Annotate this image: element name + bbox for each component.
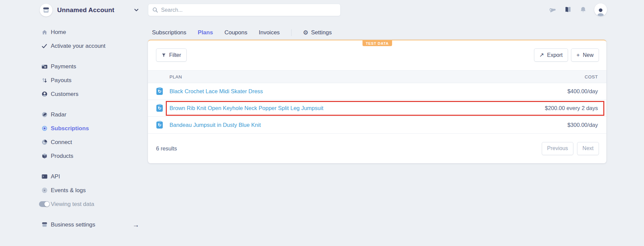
storefront-icon <box>40 4 52 16</box>
table-row[interactable]: ↻ Black Crochet Lace Midi Skater Dress $… <box>148 83 606 100</box>
sidebar-item-label: Activate your account <box>51 43 106 49</box>
tab-coupons[interactable]: Coupons <box>224 29 247 36</box>
new-button[interactable]: + New <box>571 48 599 62</box>
arrow-right-icon: → <box>132 221 139 228</box>
tab-bar: Subscriptions Plans Coupons Invoices ⚙ S… <box>152 27 332 38</box>
sidebar-item-label: Payments <box>51 63 76 70</box>
sidebar-group: Business settings → <box>41 218 139 232</box>
pagination: Previous Next <box>542 142 599 155</box>
sidebar-item-customers[interactable]: Customers <box>41 87 139 101</box>
sidebar-item-connect[interactable]: Connect <box>41 135 139 149</box>
sidebar-group: Radar Subscriptions Connect <box>41 108 139 163</box>
sidebar-item-payouts[interactable]: Payouts <box>41 73 139 87</box>
recurring-plan-icon: ↻ <box>156 121 163 129</box>
sidebar-item-label: Subscriptions <box>51 125 89 132</box>
export-arrow-icon: ↗ <box>539 52 544 58</box>
search-icon <box>152 7 158 13</box>
topbar-icons <box>549 3 607 16</box>
products-icon <box>41 153 48 160</box>
test-data-toggle[interactable] <box>39 201 50 207</box>
results-count: 6 results <box>156 145 177 152</box>
table-footer: 6 results Previous Next <box>148 134 606 163</box>
gear-icon: ⚙ <box>303 30 308 36</box>
sidebar-item-label: Home <box>51 29 66 36</box>
test-data-badge: TEST DATA <box>362 40 392 46</box>
plan-link[interactable]: Brown Rib Knit Open Keyhole Neck Popper … <box>169 105 324 111</box>
sidebar-item-label: Business settings <box>51 221 95 228</box>
sidebar-item-label: Viewing test data <box>51 201 94 208</box>
tab-divider <box>291 29 292 36</box>
column-header-cost: COST <box>584 74 598 79</box>
sidebar-item-label: Events & logs <box>51 187 86 194</box>
plan-link[interactable]: Bandeau Jumpsuit in Dusty Blue Knit <box>169 122 261 128</box>
sidebar-item-label: Payouts <box>51 77 71 84</box>
events-logs-icon <box>41 187 48 194</box>
check-icon <box>41 43 48 49</box>
previous-button[interactable]: Previous <box>542 142 573 155</box>
payouts-icon <box>41 77 48 84</box>
customers-icon <box>41 91 48 98</box>
notifications-bell-icon[interactable] <box>579 6 587 14</box>
tab-settings-label: Settings <box>311 29 332 36</box>
plan-link[interactable]: Black Crochet Lace Midi Skater Dress <box>169 88 263 95</box>
sidebar-item-label: Radar <box>51 111 66 118</box>
account-switcher[interactable]: Unnamed Account <box>40 3 139 16</box>
sidebar-item-api[interactable]: API <box>41 170 139 183</box>
search-input[interactable] <box>161 7 340 13</box>
sidebar-item-events-logs[interactable]: Events & logs <box>41 183 139 197</box>
business-settings-icon <box>41 221 48 228</box>
subscriptions-icon <box>41 125 48 132</box>
sidebar-item-radar[interactable]: Radar <box>41 108 139 121</box>
filter-button[interactable]: Filter <box>156 48 187 62</box>
plan-cost: $200.00 every 2 days <box>545 105 598 111</box>
table-header: PLAN COST <box>148 70 606 83</box>
search-bar[interactable] <box>148 4 341 16</box>
sidebar-group: Home Activate your account <box>41 25 139 53</box>
sidebar-group: API Events & logs Viewing test data <box>41 170 139 211</box>
sidebar-item-label: Products <box>51 153 73 160</box>
connect-icon <box>41 139 48 146</box>
sidebar-item-label: Customers <box>51 91 78 98</box>
sidebar-item-viewing-test-data[interactable]: Viewing test data <box>41 197 139 211</box>
account-name: Unnamed Account <box>57 6 114 14</box>
plan-cost: $300.00/day <box>567 122 598 128</box>
sidebar-item-products[interactable]: Products <box>41 149 139 163</box>
radar-icon <box>41 111 48 118</box>
new-button-label: New <box>583 52 594 58</box>
sidebar-item-home[interactable]: Home <box>41 25 139 39</box>
column-header-plan: PLAN <box>169 74 182 79</box>
filter-funnel-icon <box>161 53 166 58</box>
plans-panel: TEST DATA Filter ↗ Export + New PLAN COS… <box>148 40 606 163</box>
sidebar-item-payments[interactable]: Payments <box>41 60 139 73</box>
table-row-highlighted[interactable]: ↻ Brown Rib Knit Open Keyhole Neck Poppe… <box>148 100 606 117</box>
chevron-down-icon <box>134 7 139 13</box>
tab-subscriptions[interactable]: Subscriptions <box>152 29 186 36</box>
sidebar-nav: Home Activate your account Payments <box>41 25 139 238</box>
sidebar-item-business-settings[interactable]: Business settings → <box>41 218 139 232</box>
tab-invoices[interactable]: Invoices <box>259 29 279 36</box>
sidebar-group: Payments Payouts <box>41 60 139 101</box>
avatar[interactable] <box>594 3 607 16</box>
table-row[interactable]: ↻ Bandeau Jumpsuit in Dusty Blue Knit $3… <box>148 117 606 134</box>
recurring-plan-icon: ↻ <box>156 88 163 95</box>
payments-icon <box>41 63 48 70</box>
filter-button-label: Filter <box>169 52 181 58</box>
recurring-plan-icon: ↻ <box>156 105 163 112</box>
megaphone-icon[interactable] <box>549 6 557 14</box>
tab-settings[interactable]: ⚙ Settings <box>303 29 332 36</box>
plus-icon: + <box>576 52 580 58</box>
sidebar-item-activate-account[interactable]: Activate your account <box>41 39 139 53</box>
export-button[interactable]: ↗ Export <box>534 48 568 62</box>
api-icon <box>41 173 48 180</box>
sidebar-item-label: Connect <box>51 139 72 146</box>
export-button-label: Export <box>547 52 563 58</box>
next-button[interactable]: Next <box>577 142 599 155</box>
sidebar-item-subscriptions[interactable]: Subscriptions <box>41 121 139 135</box>
docs-icon[interactable] <box>564 6 572 14</box>
home-icon <box>41 29 48 36</box>
sidebar-item-label: API <box>51 173 60 180</box>
tab-plans[interactable]: Plans <box>198 29 213 36</box>
plan-cost: $400.00/day <box>567 88 598 95</box>
